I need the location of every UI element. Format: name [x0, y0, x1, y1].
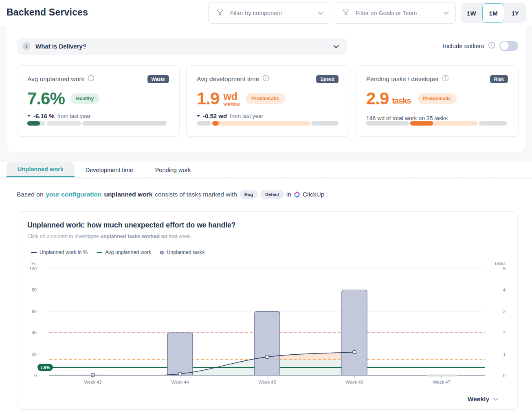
svg-text:3: 3 [503, 309, 506, 314]
chart-legend: Unplanned work in % Avg unplanned work U… [31, 250, 204, 255]
defect-badge: Defect [260, 190, 284, 199]
filter-component-dropdown[interactable]: Filter by component [208, 2, 330, 24]
svg-text:2: 2 [503, 330, 506, 335]
metric-value: 7.6% [27, 89, 65, 108]
delta-caption: from last year [230, 113, 263, 119]
legend-item-unplanned-tasks: Unplanned tasks [160, 250, 204, 255]
tab-development-time[interactable]: Development time [75, 162, 144, 177]
time-range-group: 1W 1M 1Y [461, 3, 526, 23]
tab-bar: Unplanned work Development time Pending … [7, 162, 202, 177]
svg-text:Week 46: Week 46 [345, 380, 363, 384]
bar-week-44 [167, 333, 193, 375]
time-range-1w[interactable]: 1W [461, 3, 482, 23]
legend-item-avg-unplanned: Avg unplanned work [97, 250, 151, 255]
delivery-panel: i What is Delivery? Include outliers Avg… [7, 26, 525, 152]
metric-value: 1.9 [197, 89, 219, 108]
include-outliers-label: Include outliers [443, 42, 484, 49]
svg-text:Week 44: Week 44 [171, 380, 189, 384]
metric-card-unplanned-work[interactable]: Avg unplanned work Waste 7.6% Healthy -6… [17, 65, 180, 137]
chart-title: Unplanned work: how much unexpected effo… [27, 221, 235, 230]
note-middle: consists of tasks marked with [155, 191, 237, 198]
svg-text:0: 0 [503, 373, 506, 378]
clickup-label: ClickUp [303, 191, 324, 198]
svg-text:Tasks: Tasks [494, 261, 506, 266]
delta-caption: from last year [57, 113, 91, 119]
card-title: Avg unplanned work [27, 75, 84, 83]
svg-text:Week 43: Week 43 [84, 380, 101, 384]
svg-text:Week 47: Week 47 [433, 380, 450, 384]
clickup-icon [294, 191, 300, 198]
speed-badge: Speed [316, 75, 339, 83]
card-subtext: 146 wd of total work on 35 tasks [366, 115, 508, 121]
weekly-dropdown[interactable]: Weekly [468, 395, 499, 403]
status-badge: Healthy [70, 93, 99, 104]
page-title: Backend Services [7, 7, 88, 18]
svg-text:80: 80 [32, 287, 37, 292]
info-icon [88, 75, 95, 83]
note-conjunction: in [286, 191, 291, 198]
time-range-1y[interactable]: 1Y [504, 3, 526, 23]
tab-unplanned-work[interactable]: Unplanned work [7, 162, 75, 177]
tab-pending-work[interactable]: Pending work [144, 162, 202, 177]
note-bold: unplanned work [104, 191, 152, 198]
chevron-down-icon [333, 43, 339, 50]
info-icon [442, 75, 449, 83]
what-is-delivery-accordion[interactable]: i What is Delivery? [17, 38, 347, 55]
svg-text:60: 60 [32, 309, 37, 314]
svg-text:20: 20 [32, 352, 37, 357]
svg-text:0: 0 [34, 373, 37, 378]
card-title: Pending tasks / developer [366, 75, 439, 83]
delivery-section-background: i What is Delivery? Include outliers Avg… [0, 26, 532, 162]
chevron-down-icon [493, 395, 499, 403]
svg-text:1: 1 [503, 352, 506, 357]
delta-value: -0.52 wd [203, 113, 227, 119]
filter-component-placeholder: Filter by component [230, 10, 312, 16]
toggle-knob [500, 42, 509, 50]
funnel-icon [341, 8, 350, 18]
legend-item-unplanned-pct: Unplanned work in % [31, 250, 88, 255]
time-range-1m[interactable]: 1M [482, 3, 505, 23]
delta-value: -6.16 % [33, 113, 55, 119]
unplanned-work-chart[interactable]: 7.6%Week 43Week 44Week 45Week 46Week 47%… [26, 260, 510, 389]
info-icon: i [22, 42, 30, 50]
metric-unit: wd workday [223, 91, 240, 106]
chevron-down-icon [443, 9, 449, 17]
chevron-down-icon [318, 9, 323, 17]
card-title: Avg development time [197, 75, 259, 83]
waste-badge: Waste [147, 75, 169, 83]
progress-bar [27, 121, 169, 126]
svg-text:Week 45: Week 45 [258, 380, 276, 384]
your-configuration-link[interactable]: your configuration [46, 191, 102, 198]
bar-week-45 [255, 311, 280, 375]
metric-card-pending-tasks[interactable]: Pending tasks / developer Risk 2.9tasks … [356, 65, 519, 137]
progress-bar [197, 121, 339, 126]
svg-text:4: 4 [503, 287, 506, 292]
filter-goals-dropdown[interactable]: Filter on Goals or Team [334, 2, 456, 24]
line-swatch [31, 252, 37, 253]
progress-bar [366, 121, 508, 126]
outliers-toggle[interactable] [499, 41, 518, 51]
filter-goals-placeholder: Filter on Goals or Team [356, 10, 437, 16]
metric-card-development-time[interactable]: Avg development time Speed 1.9 wd workda… [186, 65, 349, 137]
status-badge: Problematic [418, 93, 457, 104]
bar-week-46 [342, 290, 367, 375]
svg-text:%: % [31, 261, 35, 266]
accordion-label: What is Delivery? [35, 43, 328, 50]
circle-marker-swatch [160, 251, 164, 254]
funnel-icon [216, 8, 224, 18]
divider-shadow [0, 177, 532, 179]
svg-text:5: 5 [503, 266, 506, 271]
svg-text:7.6%: 7.6% [40, 365, 51, 370]
triangle-down-icon [27, 115, 31, 117]
line-swatch [97, 252, 102, 253]
metric-value: 2.9tasks [366, 89, 411, 108]
info-icon [488, 42, 495, 51]
bug-badge: Bug [240, 190, 258, 199]
risk-badge: Risk [490, 75, 508, 83]
svg-text:40: 40 [32, 330, 37, 335]
note-prefix: Based on [17, 191, 44, 198]
status-badge: Problematic [246, 93, 285, 104]
triangle-down-icon [197, 115, 200, 117]
configuration-note: Based on your configuration unplanned wo… [17, 190, 324, 199]
chart-subtitle: Click on a column to investigate unplann… [27, 234, 192, 239]
